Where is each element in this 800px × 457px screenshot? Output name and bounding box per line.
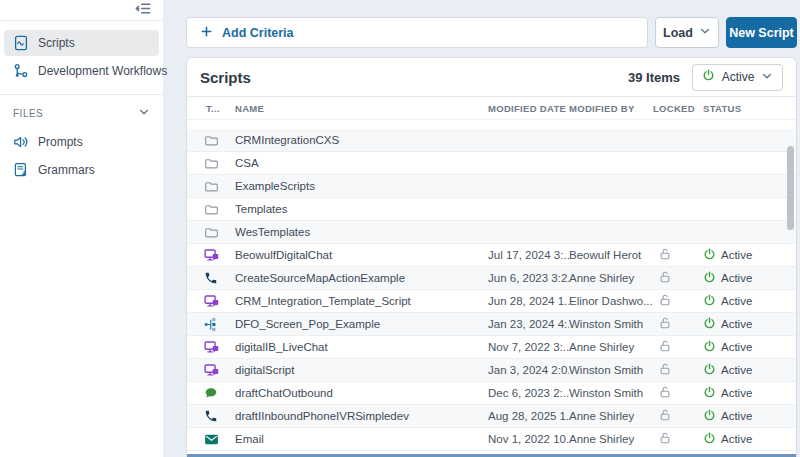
- status-filter-value: Active: [715, 70, 761, 84]
- row-menu-button[interactable]: [780, 390, 788, 396]
- column-header-status[interactable]: STATUS: [703, 103, 778, 114]
- row-menu-button[interactable]: [780, 436, 788, 442]
- table-row[interactable]: draftChatOutbound Dec 6, 2023 2:... Wins…: [187, 382, 796, 405]
- plus-icon: [200, 25, 213, 41]
- row-menu-button[interactable]: [780, 321, 788, 327]
- toolbar: Add Criteria Load New Script: [186, 17, 797, 48]
- folder-icon: [204, 225, 219, 240]
- table-row[interactable]: CRMIntegrationCXS: [187, 129, 796, 152]
- new-script-button[interactable]: New Script: [726, 17, 797, 48]
- main-content: Add Criteria Load New Script Scripts 39 …: [186, 0, 797, 457]
- add-criteria-button[interactable]: Add Criteria: [186, 17, 648, 48]
- collapse-sidebar-icon: [134, 1, 152, 19]
- table-row[interactable]: draftIInboundPhoneIVRSimpledev Aug 28, 2…: [187, 405, 796, 428]
- status-badge: Active: [703, 271, 778, 286]
- script-name: ExampleScripts: [235, 180, 488, 192]
- folder-icon: [204, 156, 219, 171]
- chevron-down-icon[interactable]: [138, 106, 150, 120]
- collapse-sidebar-button[interactable]: [134, 1, 152, 19]
- power-icon: [703, 271, 716, 286]
- sidebar-item-label: Scripts: [38, 36, 75, 50]
- status-badge: Active: [703, 363, 778, 378]
- modified-by: Elinor Dashwo...: [569, 295, 653, 307]
- scripts-panel: Scripts 39 Items Active T... NAME MODIFI…: [186, 57, 797, 457]
- sidebar-section-files[interactable]: FILES: [0, 99, 163, 125]
- files-section-label: FILES: [13, 108, 43, 119]
- row-menu-button[interactable]: [780, 298, 788, 304]
- status-label: Active: [721, 249, 752, 261]
- table-row[interactable]: Templates: [187, 198, 796, 221]
- digital-chat-icon: [204, 340, 219, 355]
- modified-by: Winston Smith: [569, 318, 653, 330]
- row-menu-button[interactable]: [780, 413, 788, 419]
- table-header-row: T... NAME MODIFIED DATE MODIFIED BY LOCK…: [187, 96, 796, 120]
- sidebar-divider: [0, 94, 163, 95]
- table-row[interactable]: CRM_Integration_Template_Script Jun 28, …: [187, 290, 796, 313]
- digital-chat-icon: [204, 363, 219, 378]
- sidebar-item-grammars[interactable]: Grammars: [4, 157, 159, 183]
- prompts-icon: [13, 134, 29, 150]
- script-name: DFO_Screen_Pop_Example: [235, 318, 488, 330]
- sidebar-item-label: Prompts: [38, 135, 83, 149]
- sidebar-header: [0, 0, 163, 21]
- status-label: Active: [721, 364, 752, 376]
- status-label: Active: [721, 433, 752, 445]
- modified-date: Jun 6, 2023 3:2...: [488, 272, 569, 284]
- modified-by: Winston Smith: [569, 364, 653, 376]
- table-row[interactable]: ExampleScripts: [187, 175, 796, 198]
- panel-header: Scripts 39 Items Active: [187, 58, 796, 96]
- items-count: 39 Items: [628, 70, 680, 85]
- sidebar-item-scripts[interactable]: Scripts: [4, 30, 159, 56]
- script-name: draftChatOutbound: [235, 387, 488, 399]
- column-header-modified-date[interactable]: MODIFIED DATE: [488, 103, 569, 114]
- grammars-icon: [13, 162, 29, 178]
- table-row[interactable]: digitalIB_LiveChat Nov 7, 2022 3:... Ann…: [187, 336, 796, 359]
- panel-header-right: 39 Items Active: [628, 64, 783, 91]
- row-menu-button[interactable]: [780, 344, 788, 350]
- row-menu-button[interactable]: [780, 252, 788, 258]
- sidebar-item-prompts[interactable]: Prompts: [4, 129, 159, 155]
- table-row[interactable]: digitalScript Jan 3, 2024 2:0... Winston…: [187, 359, 796, 382]
- status-label: Active: [721, 318, 752, 330]
- unlocked-icon: [658, 293, 672, 309]
- table-row[interactable]: WesTemplates: [187, 221, 796, 244]
- row-menu-button[interactable]: [780, 367, 788, 373]
- page-title: Scripts: [200, 69, 251, 86]
- power-icon: [703, 340, 716, 355]
- modified-by: Anne Shirley: [569, 410, 653, 422]
- table-row[interactable]: CSA: [187, 152, 796, 175]
- modified-date: Dec 6, 2023 2:...: [488, 387, 569, 399]
- modified-date: Aug 28, 2025 1...: [488, 410, 569, 422]
- table-row[interactable]: DFO_Screen_Pop_Example Jan 23, 2024 4:..…: [187, 313, 796, 336]
- unlocked-icon: [658, 339, 672, 355]
- power-icon: [703, 317, 716, 332]
- status-label: Active: [721, 341, 752, 353]
- status-label: Active: [721, 387, 752, 399]
- column-header-name[interactable]: NAME: [235, 103, 488, 114]
- sidebar-item-development-workflows[interactable]: Development Workflows: [4, 58, 159, 84]
- power-icon: [703, 363, 716, 378]
- status-badge: Active: [703, 432, 778, 447]
- chevron-down-icon: [761, 70, 773, 85]
- table-row[interactable]: Email Nov 1, 2022 10... Anne Shirley Act…: [187, 428, 796, 451]
- unlocked-icon: [658, 431, 672, 447]
- script-name: WesTemplates: [235, 226, 488, 238]
- status-badge: Active: [703, 340, 778, 355]
- modified-date: Jan 3, 2024 2:0...: [488, 364, 569, 376]
- vertical-scrollbar-thumb[interactable]: [787, 146, 794, 230]
- load-button[interactable]: Load: [655, 17, 719, 48]
- row-menu-button[interactable]: [780, 275, 788, 281]
- table-row[interactable]: CreateSourceMapActionExample Jun 6, 2023…: [187, 267, 796, 290]
- modified-by: Beowulf Herot: [569, 249, 653, 261]
- folder-icon: [204, 133, 219, 148]
- column-header-locked[interactable]: LOCKED: [653, 103, 703, 114]
- column-header-type[interactable]: T...: [187, 103, 235, 114]
- status-filter-dropdown[interactable]: Active: [692, 64, 783, 91]
- power-icon: [703, 248, 716, 263]
- unlocked-icon: [658, 362, 672, 378]
- scripts-icon: [13, 35, 29, 51]
- table-row[interactable]: BeowulfDigitalChat Jul 17, 2024 3:... Be…: [187, 244, 796, 267]
- script-name: BeowulfDigitalChat: [235, 249, 488, 261]
- chevron-down-icon: [699, 25, 711, 40]
- column-header-modified-by[interactable]: MODIFIED BY: [569, 103, 653, 114]
